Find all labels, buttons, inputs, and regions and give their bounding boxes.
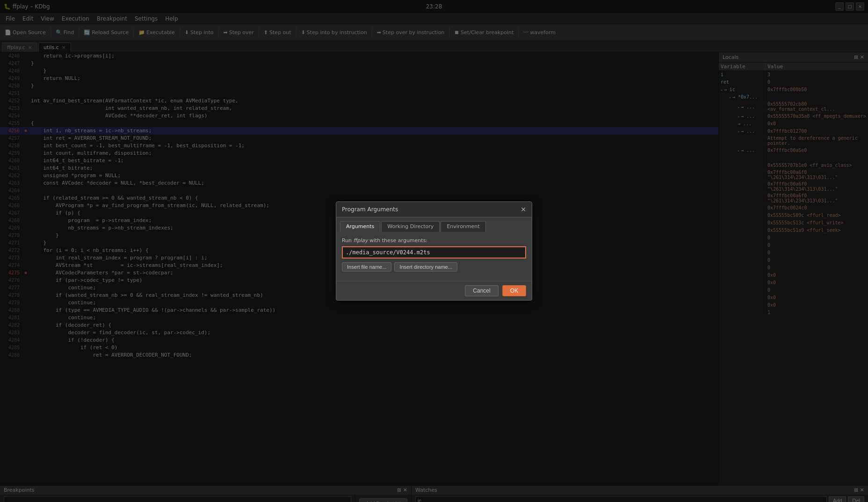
dialog-title-label: Program Arguments [342,206,398,213]
dialog-arguments-input[interactable] [342,246,526,258]
dialog-overlay[interactable]: Program Arguments ✕ ArgumentsWorking Dir… [0,0,868,502]
dialog-file-button-insert-file-name[interactable]: Insert file name... [342,262,391,272]
dialog-cancel-button[interactable]: Cancel [465,285,498,296]
dialog-description: Run ffplay with these arguments: [342,237,526,244]
dialog-file-buttons: Insert file name...Insert directory name… [342,262,526,272]
dialog-ok-cancel: Cancel OK [336,281,532,300]
dialog-close-button[interactable]: ✕ [521,206,526,213]
dialog-file-button-insert-directory-name[interactable]: Insert directory name... [394,262,457,272]
dialog-tab-environment[interactable]: Environment [441,221,485,232]
dialog-body: Run ffplay with these arguments: Insert … [336,232,532,281]
program-arguments-dialog: Program Arguments ✕ ArgumentsWorking Dir… [336,201,532,301]
dialog-tabs: ArgumentsWorking DirectoryEnvironment [336,217,532,232]
dialog-tab-working-directory[interactable]: Working Directory [381,221,440,232]
dialog-tab-arguments[interactable]: Arguments [340,221,380,232]
dialog-title: Program Arguments ✕ [336,202,532,217]
dialog-ok-button[interactable]: OK [502,285,526,296]
